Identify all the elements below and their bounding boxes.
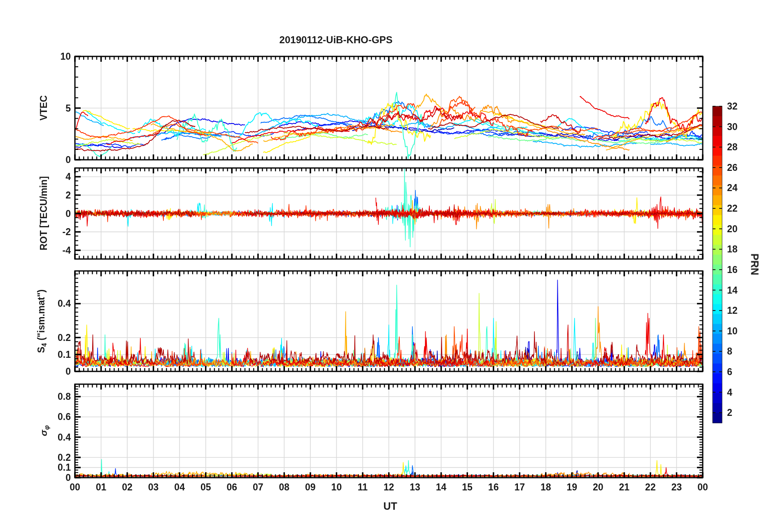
y-tick-label-sigma_phi: 0.8 — [36, 392, 71, 401]
x-tick-label: 04 — [174, 482, 185, 493]
phi-subscript: φ — [43, 425, 50, 430]
x-tick-label: 14 — [436, 482, 447, 493]
x-tick-label: 00 — [697, 482, 708, 493]
colorbar-tick-label: 18 — [727, 244, 738, 254]
x-tick-label: 05 — [200, 482, 211, 493]
colorbar — [713, 106, 722, 423]
s4-label-subscript: 4 — [41, 343, 48, 347]
colorbar-tick-label: 24 — [727, 183, 738, 193]
x-tick-label: 16 — [488, 482, 499, 493]
x-tick-label: 03 — [148, 482, 159, 493]
y-tick-label-rot: -4 — [36, 245, 71, 255]
y-tick-label-rot: 2 — [36, 190, 71, 200]
s4-panel — [75, 271, 703, 371]
y-tick-label-s4: 0.4 — [36, 299, 71, 308]
y-tick-label-sigma_phi: 0.1 — [36, 462, 71, 472]
colorbar-tick-label: 32 — [727, 101, 738, 111]
colorbar-tick-label: 2 — [727, 408, 732, 418]
y-tick-label-s4: 0.2 — [36, 333, 71, 343]
x-tick-label: 06 — [226, 482, 237, 493]
x-tick-label: 22 — [645, 482, 656, 493]
x-tick-label: 13 — [410, 482, 420, 493]
colorbar-tick-label: 6 — [727, 367, 732, 377]
colorbar-tick-label: 10 — [727, 326, 738, 336]
x-tick-label: 21 — [619, 482, 630, 493]
x-tick-label: 18 — [541, 482, 551, 493]
x-tick-label: 15 — [462, 482, 473, 493]
y-tick-label-sigma_phi: 0.2 — [36, 453, 71, 462]
rot-panel — [75, 168, 703, 259]
x-tick-label: 17 — [514, 482, 525, 493]
colorbar-tick-label: 16 — [727, 265, 738, 275]
x-tick-label: 01 — [96, 482, 107, 493]
colorbar-tick-label: 28 — [727, 142, 738, 152]
x-tick-label: 10 — [331, 482, 342, 493]
x-tick-label: 12 — [384, 482, 394, 493]
y-tick-label-s4: 0.1 — [36, 350, 71, 359]
y-tick-label-rot: 0 — [36, 209, 71, 219]
vtec-panel — [75, 56, 703, 160]
chart-title: 20190112-UiB-KHO-GPS — [280, 34, 393, 46]
sigma-phi-panel — [75, 384, 703, 478]
x-tick-label: 11 — [358, 482, 368, 493]
figure: 20190112-UiB-KHO-GPS VTEC ROT [TECU/min]… — [0, 0, 783, 532]
x-tick-label: 19 — [566, 482, 577, 493]
x-axis-label: UT — [383, 500, 397, 512]
y-tick-label-rot: 4 — [36, 172, 71, 182]
colorbar-tick-label: 12 — [727, 306, 738, 315]
colorbar-tick-label: 14 — [727, 285, 738, 295]
x-tick-label: 20 — [593, 482, 604, 493]
x-tick-label: 07 — [253, 482, 263, 493]
y-tick-label-sigma_phi: 0.4 — [36, 432, 71, 442]
y-tick-label-vtec: 0 — [36, 155, 71, 165]
y-tick-label-s4: 0 — [36, 366, 71, 376]
colorbar-tick-label: 4 — [727, 387, 732, 397]
x-tick-label: 23 — [671, 482, 682, 493]
x-tick-label: 08 — [279, 482, 290, 493]
y-tick-label-sigma_phi: 0 — [36, 473, 71, 483]
colorbar-tick-label: 22 — [727, 203, 738, 213]
y-tick-label-vtec: 10 — [36, 51, 71, 61]
colorbar-tick-label: 8 — [727, 346, 732, 356]
colorbar-tick-label: 26 — [727, 163, 738, 173]
y-tick-label-sigma_phi: 0.6 — [36, 412, 71, 422]
x-tick-label: 02 — [122, 482, 133, 493]
colorbar-label: PRN — [749, 254, 761, 275]
colorbar-tick-label: 30 — [727, 122, 738, 132]
x-tick-label: 09 — [305, 482, 316, 493]
colorbar-tick-label: 20 — [727, 224, 738, 234]
y-tick-label-vtec: 5 — [36, 103, 71, 113]
y-tick-label-rot: -2 — [36, 227, 71, 237]
x-tick-label: 00 — [70, 482, 80, 493]
